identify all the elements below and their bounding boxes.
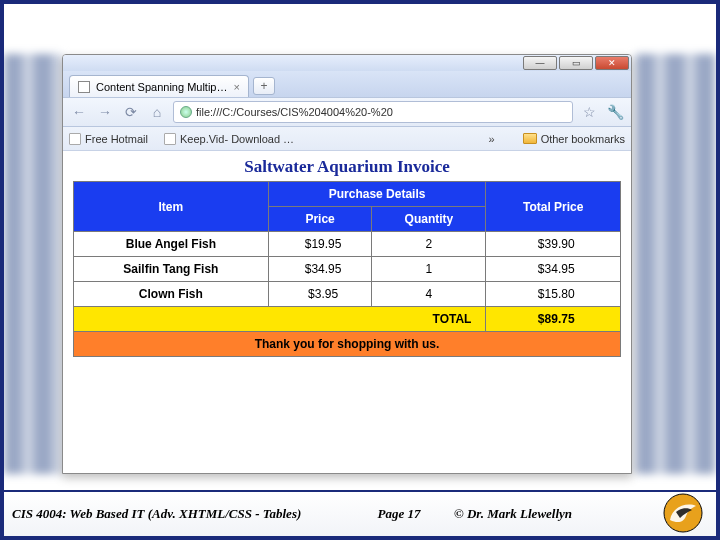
- globe-icon: [180, 106, 192, 118]
- bookmark-label: Free Hotmail: [85, 133, 148, 145]
- col-price: Price: [268, 207, 372, 232]
- cell-price: $34.95: [268, 257, 372, 282]
- col-details: Purchase Details: [268, 182, 486, 207]
- background-blur-left: [4, 54, 62, 474]
- page-icon: [69, 133, 81, 145]
- bookmark-item[interactable]: Keep.Vid- Download …: [164, 133, 294, 145]
- tab-close-icon[interactable]: ×: [233, 81, 239, 93]
- footer-author: © Dr. Mark Llewellyn: [454, 506, 634, 522]
- forward-button[interactable]: →: [95, 102, 115, 122]
- address-bar[interactable]: file:///C:/Courses/CIS%204004%20-%20: [173, 101, 573, 123]
- invoice-table: Item Purchase Details Total Price Price …: [73, 181, 621, 357]
- cell-total: $15.80: [486, 282, 621, 307]
- col-item: Item: [74, 182, 269, 232]
- invoice-title: Saltwater Aquarium Invoice: [73, 157, 621, 177]
- bookmarks-overflow-button[interactable]: »: [489, 133, 495, 145]
- page-favicon-icon: [78, 81, 90, 93]
- new-tab-button[interactable]: +: [253, 77, 275, 95]
- home-button[interactable]: ⌂: [147, 102, 167, 122]
- reload-button[interactable]: ⟳: [121, 102, 141, 122]
- table-row: Clown Fish $3.95 4 $15.80: [74, 282, 621, 307]
- ucf-pegasus-logo-icon: [658, 492, 708, 534]
- background-blur-right: [636, 54, 716, 474]
- page-viewport: Saltwater Aquarium Invoice Item Purchase…: [63, 151, 631, 473]
- page-icon: [164, 133, 176, 145]
- other-bookmarks-folder[interactable]: Other bookmarks: [523, 133, 625, 145]
- thanks-row: Thank you for shopping with us.: [74, 332, 621, 357]
- tab-active[interactable]: Content Spanning Multip… ×: [69, 75, 249, 97]
- bookmark-label: Keep.Vid- Download …: [180, 133, 294, 145]
- cell-qty: 2: [372, 232, 486, 257]
- col-total: Total Price: [486, 182, 621, 232]
- settings-wrench-button[interactable]: 🔧: [605, 102, 625, 122]
- maximize-button[interactable]: ▭: [559, 56, 593, 70]
- cell-item: Sailfin Tang Fish: [74, 257, 269, 282]
- tab-title: Content Spanning Multip…: [96, 81, 227, 93]
- table-row: Blue Angel Fish $19.95 2 $39.90: [74, 232, 621, 257]
- cell-price: $19.95: [268, 232, 372, 257]
- close-button[interactable]: ✕: [595, 56, 629, 70]
- footer-course: CIS 4004: Web Based IT (Adv. XHTML/CSS -…: [4, 506, 344, 522]
- footer-page: Page 17: [344, 506, 454, 522]
- thanks-message: Thank you for shopping with us.: [74, 332, 621, 357]
- cell-price: $3.95: [268, 282, 372, 307]
- minimize-button[interactable]: —: [523, 56, 557, 70]
- total-label: TOTAL: [74, 307, 486, 332]
- browser-window: — ▭ ✕ Content Spanning Multip… × + ← → ⟳…: [62, 54, 632, 474]
- cell-total: $39.90: [486, 232, 621, 257]
- total-row: TOTAL $89.75: [74, 307, 621, 332]
- bookmarks-bar: Free Hotmail Keep.Vid- Download … » Othe…: [63, 127, 631, 151]
- bookmark-item[interactable]: Free Hotmail: [69, 133, 148, 145]
- cell-total: $34.95: [486, 257, 621, 282]
- window-titlebar: — ▭ ✕: [63, 55, 631, 71]
- cell-qty: 1: [372, 257, 486, 282]
- toolbar: ← → ⟳ ⌂ file:///C:/Courses/CIS%204004%20…: [63, 97, 631, 127]
- cell-item: Blue Angel Fish: [74, 232, 269, 257]
- cell-item: Clown Fish: [74, 282, 269, 307]
- table-row: Sailfin Tang Fish $34.95 1 $34.95: [74, 257, 621, 282]
- back-button[interactable]: ←: [69, 102, 89, 122]
- other-bookmarks-label: Other bookmarks: [541, 133, 625, 145]
- cell-qty: 4: [372, 282, 486, 307]
- address-text: file:///C:/Courses/CIS%204004%20-%20: [196, 106, 393, 118]
- col-qty: Quantity: [372, 207, 486, 232]
- tab-strip: Content Spanning Multip… × +: [63, 71, 631, 97]
- bookmark-star-button[interactable]: ☆: [579, 102, 599, 122]
- folder-icon: [523, 133, 537, 144]
- total-value: $89.75: [486, 307, 621, 332]
- slide-footer: CIS 4004: Web Based IT (Adv. XHTML/CSS -…: [4, 490, 716, 536]
